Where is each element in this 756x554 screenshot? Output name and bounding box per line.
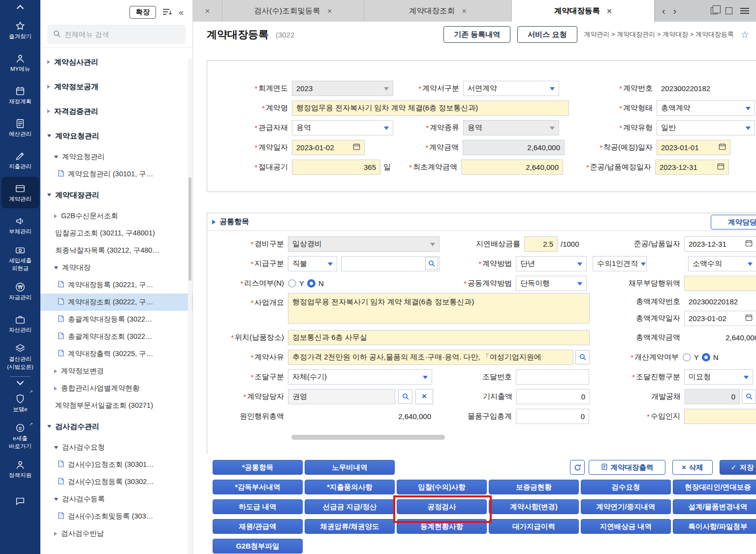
grid-btn-payment-history[interactable]: 대가지급이력 xyxy=(489,519,579,534)
tree-group-inspection[interactable]: 검사검수관리 xyxy=(40,414,192,439)
tree-leaf-contract-request[interactable]: 계약요청관리 (30101, 구… xyxy=(40,165,192,183)
period-input[interactable]: 365 xyxy=(292,160,380,175)
close-icon[interactable]: × xyxy=(205,7,210,15)
tree-sub-status[interactable]: 종합관리사업별계약현황 xyxy=(40,380,192,397)
tab-forward-arrow[interactable]: › xyxy=(673,6,677,16)
method2-select[interactable]: 수의1인견적 xyxy=(593,256,647,271)
calendar-icon[interactable] xyxy=(719,143,726,152)
rail-item-esechul[interactable]: ↗ e e세출 바로가기 xyxy=(1,420,39,452)
rail-item-debt[interactable]: 부체관리 xyxy=(1,209,39,241)
method-select[interactable]: 단년 xyxy=(516,256,587,271)
expand-button[interactable]: 확장 xyxy=(129,6,156,19)
sort-icon[interactable] xyxy=(163,8,172,17)
overview-textarea[interactable]: 행정업무용 전자복사기 임차 계약 체결(6층 정보통신과) xyxy=(288,293,590,324)
rail-item-botame[interactable]: ↗ 보탬e xyxy=(1,387,39,419)
expense-select[interactable]: 일상경비 xyxy=(288,236,440,252)
close-icon[interactable]: × xyxy=(607,7,612,15)
rail-item-funds[interactable]: ₩ 자금관리 xyxy=(1,275,39,307)
rail-collapse-button[interactable] xyxy=(18,0,23,14)
close-icon[interactable]: × xyxy=(462,7,467,15)
maximize-icon[interactable] xyxy=(725,7,732,14)
rail-item-settlement[interactable]: 결산관리 (시범오픈) xyxy=(1,340,39,373)
grid-btn-status[interactable]: 동계현황사항 xyxy=(397,519,487,534)
rail-item-expense[interactable]: 지출관리 xyxy=(1,144,39,176)
fiscal-year-select[interactable]: 2023 xyxy=(292,81,393,96)
pay-search-input[interactable] xyxy=(341,256,440,271)
search-button[interactable] xyxy=(742,390,756,404)
rail-scroll-down[interactable] xyxy=(18,378,23,387)
grid-btn-design-change[interactable]: 설계/물품변경내역 xyxy=(673,499,756,514)
tab-back-arrow[interactable]: ‹ xyxy=(662,6,665,16)
close-icon[interactable]: × xyxy=(327,7,332,15)
tree-group-contract-review[interactable]: 계약심사관리 xyxy=(40,50,192,74)
tree-group-contract-info[interactable]: 계약정보공개 xyxy=(40,74,192,99)
start-date-input[interactable]: 2023-01-01 xyxy=(657,140,730,155)
contract-kind-select[interactable]: 용역 xyxy=(463,120,559,135)
grid-btn-common[interactable]: *공통항목 xyxy=(213,460,303,475)
delay-rate-input[interactable]: 2.5 xyxy=(524,236,558,252)
manager-input[interactable]: 권영 xyxy=(288,389,395,404)
tree-sub-ledger[interactable]: 계약대장 xyxy=(40,259,192,276)
radio-n[interactable] xyxy=(307,279,315,288)
rail-item-favorites[interactable]: 즐겨찾기 xyxy=(1,14,39,46)
method3-select[interactable]: 소액수의 xyxy=(688,256,756,271)
calendar-icon[interactable] xyxy=(745,239,753,248)
grid-btn-funding[interactable]: 재원/관급액 xyxy=(213,519,303,534)
panel-scrollbar[interactable] xyxy=(188,59,192,554)
tree-leaf-inspection-lookup[interactable]: 검사(수)요청조회 (30301… xyxy=(40,456,192,473)
menu-search-input[interactable]: 전체메뉴 검색 xyxy=(47,25,186,44)
grid-btn-bid[interactable]: 입찰(수의)사항 xyxy=(397,480,487,494)
grid-btn-seizure[interactable]: 채권압류/채권양도 xyxy=(305,519,395,534)
delete-button[interactable]: × 삭제 xyxy=(672,460,713,475)
search-button[interactable] xyxy=(575,350,590,364)
contract-name-input[interactable]: 행정업무용 전자복사기 임차 계약 체결(6층 정보통신과) xyxy=(292,100,569,116)
grid-btn-labor[interactable]: 노무비내역 xyxy=(305,460,395,475)
hscrollbar-thumb[interactable] xyxy=(291,435,445,440)
grid-btn-deposit[interactable]: 보증금현황 xyxy=(489,480,579,494)
contract-type-select[interactable]: 일반 xyxy=(657,120,755,135)
tree-leaf-bid-notice[interactable]: 입찰공고조회 (30211, 구48001) xyxy=(40,225,192,242)
rail-item-cash[interactable]: 세입세출 외현금 xyxy=(1,242,39,274)
calendar-icon[interactable] xyxy=(353,143,360,152)
tree-leaf-ledger-register[interactable]: 계약대장등록 (30221, 구… xyxy=(40,276,192,293)
search-button[interactable] xyxy=(425,257,438,270)
debt-input[interactable] xyxy=(684,276,756,291)
grid-btn-inspection-request[interactable]: 검수요청 xyxy=(581,480,671,494)
radio-y[interactable] xyxy=(288,279,296,288)
procure-no-input[interactable] xyxy=(516,369,589,385)
tree-leaf-total-lookup[interactable]: 총괄계약대장조회 (3022… xyxy=(40,328,192,345)
total-date-input[interactable]: 2023-01-02 xyxy=(684,311,756,326)
grid-btn-supervision[interactable]: *감독부서내역 xyxy=(213,480,303,494)
clear-button[interactable]: × xyxy=(415,389,433,404)
save-button[interactable]: ✓ 저장 xyxy=(720,460,756,475)
grid-btn-process-inspection[interactable]: 공정검사 xyxy=(397,499,487,514)
tree-leaf-total-register[interactable]: 총괄계약대장등록 (3022… xyxy=(40,311,192,328)
tree-group-qualification[interactable]: 자격검증관리 xyxy=(40,99,192,124)
search-button[interactable] xyxy=(398,390,412,404)
tab-ledger-lookup[interactable]: 계약대장조회× xyxy=(364,0,512,22)
service-request-button[interactable]: 서비스 요청 xyxy=(517,26,577,43)
contract-date-input[interactable]: 2023-01-02 xyxy=(292,140,365,155)
radio-y[interactable] xyxy=(683,353,691,361)
grid-btn-contract-change[interactable]: 계약사항(변경) xyxy=(489,499,579,514)
favorite-star-icon[interactable]: ☆ xyxy=(741,29,749,40)
tree-sub-g2b[interactable]: G2B수신문서조회 xyxy=(40,207,192,225)
first-amount-input[interactable]: 2,640,000 xyxy=(461,160,563,175)
tree-leaf-attachments[interactable]: 계약첨부문서일괄조회 (30271) xyxy=(40,397,192,414)
tree-sub-inspection-return[interactable]: 검사검수반납 xyxy=(40,525,192,542)
joint-method-select[interactable]: 단독이행 xyxy=(516,276,587,291)
doc-type-select[interactable]: 서면계약 xyxy=(463,81,559,96)
procure-status-select[interactable]: 미요청 xyxy=(684,369,753,385)
grid-btn-subcontract[interactable]: 하도급 내역 xyxy=(213,499,303,514)
contract-form-select[interactable]: 총액계약 xyxy=(657,100,755,116)
tree-leaf-ledger-lookup[interactable]: 계약대장조회 (30222, 구… xyxy=(40,293,192,311)
tree-group-contract-request[interactable]: 계약요청관리 xyxy=(40,124,192,148)
collapse-panel-icon[interactable]: « xyxy=(179,8,184,17)
print-ledger-button[interactable]: 계약대장출력 xyxy=(589,460,665,475)
calendar-icon[interactable] xyxy=(717,163,724,171)
tree-sub-info-change[interactable]: 계약정보변경 xyxy=(40,362,192,380)
material-select[interactable]: 용역 xyxy=(292,120,393,135)
radio-n[interactable] xyxy=(702,353,710,361)
rail-item-assets[interactable]: 자산관리 xyxy=(1,308,39,339)
history-button[interactable]: 기존 등록내역 xyxy=(443,26,510,43)
